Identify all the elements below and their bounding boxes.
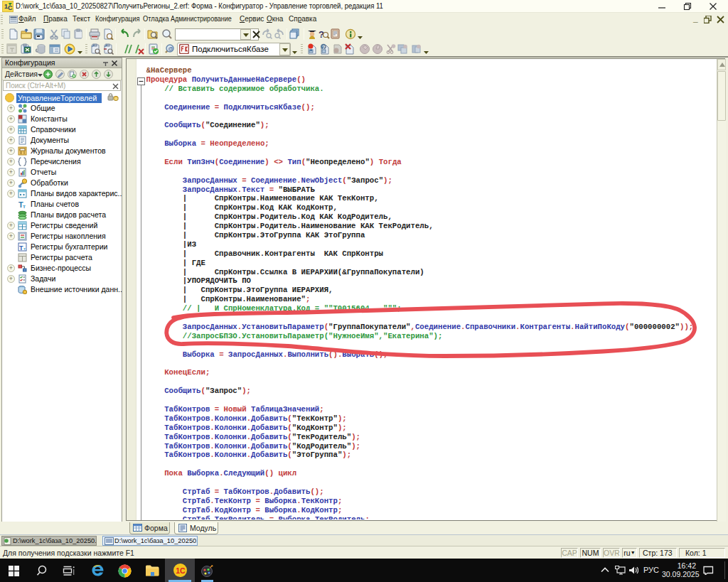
svg-text:т: т [23,203,26,209]
svg-text:@: @ [168,46,173,51]
svg-text:С: С [8,4,13,11]
svg-text:1С: 1С [176,566,186,575]
svg-text:т: т [23,247,26,251]
